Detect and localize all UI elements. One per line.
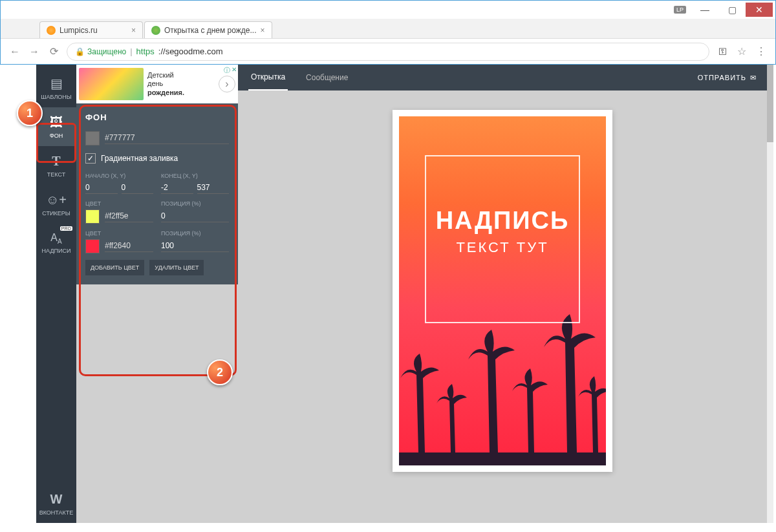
- stop1-swatch[interactable]: [85, 209, 100, 224]
- base-color-hex[interactable]: #777777: [105, 133, 229, 144]
- checkbox-icon[interactable]: ✓: [85, 153, 96, 164]
- top-bar: Открытка Сообщение ОТПРАВИТЬ ✉: [238, 65, 767, 90]
- address-bar: ← → ⟳ 🔒 Защищено | https://segoodme.com …: [1, 38, 775, 64]
- url-host: ://segoodme.com: [158, 47, 223, 56]
- sidebar-item-text[interactable]: T ТЕКСТ: [36, 146, 76, 185]
- ad-info[interactable]: ⓘ✕: [224, 66, 237, 75]
- callout-2: 2: [207, 359, 233, 385]
- tab-message[interactable]: Сообщение: [303, 65, 350, 90]
- sidebar-item-label: ШАБЛОНЫ: [41, 94, 72, 100]
- sidebar-item-templates[interactable]: ▤ ШАБЛОНЫ: [36, 69, 76, 107]
- star-icon[interactable]: ☆: [735, 45, 748, 58]
- close-icon[interactable]: ×: [261, 26, 265, 35]
- start-y-input[interactable]: [122, 182, 154, 194]
- sidebar-item-label: НАДПИСИ: [42, 248, 71, 254]
- callout-1: 1: [17, 100, 43, 126]
- browser-tab-segoodme[interactable]: Открытка с днем рожде... ×: [144, 21, 272, 38]
- position-label: ПОЗИЦИЯ (%): [161, 200, 229, 207]
- url-protocol: https: [136, 47, 155, 56]
- stop1-pos-input[interactable]: [161, 210, 229, 222]
- text-icon: T: [52, 154, 60, 169]
- vk-icon: W: [50, 492, 63, 507]
- svg-rect-0: [399, 452, 606, 465]
- sidebar-item-labels[interactable]: PRO AA НАДПИСИ: [36, 224, 76, 262]
- start-x-input[interactable]: [85, 182, 118, 194]
- end-x-input[interactable]: [161, 182, 193, 194]
- tab-title: Lumpics.ru: [59, 26, 98, 35]
- menu-icon[interactable]: ⋮: [755, 45, 768, 58]
- gradient-label: Градиентная заливка: [101, 154, 178, 163]
- sidebar: ▤ ШАБЛОНЫ 🖼 ФОН T ТЕКСТ ☺+ СТИКЕРЫ PRO A…: [36, 65, 76, 523]
- add-color-button[interactable]: ДОБАВИТЬ ЦВЕТ: [85, 260, 144, 275]
- pro-badge: PRO: [60, 226, 72, 231]
- app-root: ▤ ШАБЛОНЫ 🖼 ФОН T ТЕКСТ ☺+ СТИКЕРЫ PRO A…: [36, 65, 767, 523]
- postcard-inner: НАДПИСЬ ТЕКСТ ТУТ: [399, 116, 606, 465]
- color-label: ЦВЕТ: [85, 230, 153, 237]
- tab-bar: Lumpics.ru × Открытка с днем рожде... ×: [1, 19, 775, 38]
- lp-badge: LP: [674, 6, 686, 14]
- gradient-checkbox-row[interactable]: ✓ Градиентная заливка: [85, 153, 229, 164]
- window-titlebar: LP — ▢ ✕: [1, 1, 775, 19]
- sticker-icon: ☺+: [46, 193, 67, 207]
- browser-window: LP — ▢ ✕ Lumpics.ru × Открытка с днем ро…: [0, 0, 776, 65]
- stop2-pos-input[interactable]: [161, 240, 229, 252]
- back-icon[interactable]: ←: [8, 46, 21, 58]
- tab-card[interactable]: Открытка: [248, 65, 288, 90]
- forward-icon[interactable]: →: [28, 46, 41, 58]
- canvas-area[interactable]: НАДПИСЬ ТЕКСТ ТУТ: [238, 90, 767, 523]
- tab-title: Открытка с днем рожде...: [164, 26, 257, 35]
- card-title-text[interactable]: НАДПИСЬ: [399, 207, 606, 235]
- sidebar-item-label: ФОН: [50, 133, 63, 139]
- reload-icon[interactable]: ⟳: [47, 45, 60, 58]
- ad-image: [79, 68, 144, 100]
- ad-banner[interactable]: Детский день рождения. › ⓘ✕: [76, 65, 238, 103]
- sidebar-item-stickers[interactable]: ☺+ СТИКЕРЫ: [36, 185, 76, 224]
- color-label: ЦВЕТ: [85, 200, 153, 207]
- sidebar-item-vk[interactable]: W ВКОНТАКТЕ: [36, 484, 76, 523]
- key-icon[interactable]: ⚿: [716, 47, 729, 56]
- chevron-right-icon[interactable]: ›: [219, 76, 235, 92]
- stop2-swatch[interactable]: [85, 239, 100, 253]
- send-button[interactable]: ОТПРАВИТЬ ✉: [698, 74, 757, 82]
- send-icon: ✉: [750, 74, 757, 82]
- labels-icon: AA: [50, 232, 61, 245]
- url-input[interactable]: 🔒 Защищено | https://segoodme.com: [67, 43, 709, 61]
- delete-color-button[interactable]: УДАЛИТЬ ЦВЕТ: [149, 260, 204, 275]
- image-icon: 🖼: [50, 115, 63, 130]
- maximize-button[interactable]: ▢: [718, 3, 746, 17]
- card-subtitle-text[interactable]: ТЕКСТ ТУТ: [399, 239, 606, 256]
- main-area: Открытка Сообщение ОТПРАВИТЬ ✉: [238, 65, 767, 523]
- browser-tab-lumpics[interactable]: Lumpics.ru ×: [39, 21, 143, 38]
- minimize-button[interactable]: —: [691, 3, 718, 17]
- position-label: ПОЗИЦИЯ (%): [161, 230, 229, 237]
- sidebar-item-label: ВКОНТАКТЕ: [39, 509, 74, 516]
- sidebar-item-label: ТЕКСТ: [47, 171, 65, 178]
- ad-text: Детский день рождения.: [147, 71, 215, 97]
- favicon-icon: [47, 26, 56, 35]
- scroll-thumb[interactable]: [767, 65, 773, 142]
- end-label: КОНЕЦ (X, Y): [161, 173, 229, 179]
- scrollbar[interactable]: [767, 65, 773, 523]
- favicon-icon: [151, 26, 160, 35]
- postcard[interactable]: НАДПИСЬ ТЕКСТ ТУТ: [393, 110, 612, 472]
- end-y-input[interactable]: [197, 182, 230, 194]
- close-button[interactable]: ✕: [746, 3, 773, 17]
- panel-title: ФОН: [85, 112, 229, 122]
- base-color-swatch[interactable]: [85, 131, 100, 145]
- templates-icon: ▤: [50, 76, 63, 91]
- stop2-hex[interactable]: #ff2640: [105, 241, 153, 252]
- stop1-hex[interactable]: #f2ff5e: [105, 211, 153, 222]
- start-label: НАЧАЛО (X, Y): [85, 173, 153, 179]
- close-icon[interactable]: ×: [131, 26, 136, 35]
- lock-icon: 🔒 Защищено: [75, 47, 126, 56]
- sidebar-item-label: СТИКЕРЫ: [42, 210, 70, 217]
- background-panel: ФОН #777777 ✓ Градиентная заливка НАЧАЛО…: [76, 103, 238, 284]
